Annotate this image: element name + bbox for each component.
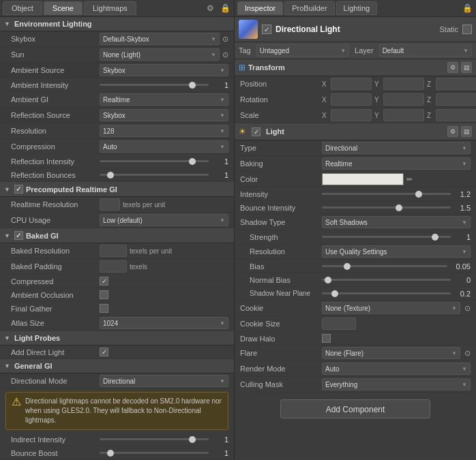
light-resolution-dropdown[interactable]: Use Quality Settings ▼ xyxy=(322,245,471,258)
light-enabled-checkbox[interactable] xyxy=(252,127,261,136)
transform-settings-icon[interactable]: ⚙ xyxy=(447,62,458,73)
skybox-circle-icon[interactable]: ⊙ xyxy=(222,35,228,44)
precomputed-gi-header[interactable]: ▼ Precomputed Realtime GI xyxy=(0,182,234,197)
flare-dropdown[interactable]: None (Flare) ▼ xyxy=(322,347,460,359)
baked-padding-label: Baked Padding xyxy=(11,262,100,271)
tab-inspector[interactable]: Inspector xyxy=(237,1,283,15)
shadow-near-plane-value: 0.2 xyxy=(453,290,471,298)
compressed-checkbox[interactable] xyxy=(100,277,108,286)
baked-res-input[interactable]: 40 xyxy=(100,245,127,257)
cookie-dropdown[interactable]: None (Texture) ▼ xyxy=(322,302,460,314)
reflection-bounces-slider[interactable]: 1 xyxy=(100,171,228,179)
pos-x-input[interactable]: -108 xyxy=(331,78,372,90)
render-mode-dropdown[interactable]: Auto ▼ xyxy=(322,363,471,375)
static-checkbox[interactable] xyxy=(462,25,472,34)
reflection-source-dropdown[interactable]: Skybox ▼ xyxy=(100,109,228,121)
final-gather-checkbox[interactable] xyxy=(100,304,108,313)
baking-dropdown[interactable]: Realtime ▼ xyxy=(322,157,471,170)
color-swatch[interactable] xyxy=(322,173,404,185)
atlas-size-dropdown[interactable]: 1024 ▼ xyxy=(100,317,228,329)
render-mode-row: Render Mode Auto ▼ xyxy=(235,361,476,377)
add-component-button[interactable]: Add Component xyxy=(280,399,430,418)
shadow-near-plane-slider[interactable]: 0.2 xyxy=(322,290,471,298)
sun-circle-icon[interactable]: ⊙ xyxy=(222,50,228,59)
scale-x-input[interactable]: 1 xyxy=(331,109,372,121)
bounce-intensity-value: 1.5 xyxy=(453,204,471,212)
transform-header[interactable]: ⊞ Transform ⚙ ▤ xyxy=(235,59,476,76)
ambient-occlusion-checkbox[interactable] xyxy=(100,290,108,299)
compression-dropdown[interactable]: Auto ▼ xyxy=(100,140,228,153)
cookie-circle-icon[interactable]: ⊙ xyxy=(464,304,471,313)
general-gi-header[interactable]: ▼ General GI xyxy=(0,359,234,373)
tab-object[interactable]: Object xyxy=(3,1,42,15)
object-enabled-checkbox[interactable] xyxy=(262,25,271,34)
ambient-source-dropdown[interactable]: Skybox ▼ xyxy=(100,64,228,76)
reflection-bounces-label: Reflection Bounces xyxy=(11,171,100,179)
bias-row: Bias 0.05 xyxy=(235,260,476,273)
shadow-type-dropdown[interactable]: Soft Shadows ▼ xyxy=(322,216,471,228)
sun-dropdown[interactable]: None (Light) ▼ xyxy=(100,48,220,61)
pos-z-input[interactable]: -1913.75 xyxy=(436,78,476,90)
add-direct-light-checkbox[interactable] xyxy=(100,348,108,356)
draw-halo-row: Draw Halo xyxy=(235,332,476,346)
light-header[interactable]: ☀ Light ⚙ ▤ xyxy=(235,123,476,140)
tag-dropdown[interactable]: Untagged ▼ xyxy=(256,44,349,57)
left-tab-bar: Object Scene Lightmaps ⚙ 🔒 xyxy=(0,0,234,17)
scale-y-input[interactable]: 1 xyxy=(383,109,424,121)
light-probes-header[interactable]: ▼ Light Probes xyxy=(0,331,234,346)
tab-scene[interactable]: Scene xyxy=(44,1,83,15)
skybox-dropdown[interactable]: Default-Skybox ▼ xyxy=(100,33,220,45)
realtime-res-input[interactable]: 2 xyxy=(100,198,120,211)
object-icon xyxy=(239,20,258,39)
ambient-intensity-slider[interactable]: 1 xyxy=(100,81,228,89)
layer-dropdown[interactable]: Default ▼ xyxy=(379,44,472,57)
normal-bias-slider[interactable]: 0 xyxy=(322,276,471,284)
reflection-intensity-slider[interactable]: 1 xyxy=(100,157,228,166)
draw-halo-label: Draw Halo xyxy=(240,335,322,343)
compressed-label: Compressed xyxy=(11,277,100,286)
bias-slider[interactable]: 0.05 xyxy=(322,262,471,271)
settings-icon[interactable]: ⚙ xyxy=(204,2,216,14)
rot-y-input[interactable]: -30 xyxy=(383,93,424,106)
pencil-icon[interactable]: ✏ xyxy=(406,175,413,184)
baked-gi-header[interactable]: ▼ Baked GI xyxy=(0,228,234,243)
left-panel: Object Scene Lightmaps ⚙ 🔒 ▼ Environment… xyxy=(0,0,234,460)
reflection-source-label: Reflection Source xyxy=(11,111,100,119)
scale-z-input[interactable]: 1 xyxy=(436,109,476,121)
env-lighting-header[interactable]: ▼ Environment Lighting xyxy=(0,17,234,31)
flare-circle-icon[interactable]: ⊙ xyxy=(464,349,471,358)
bounce-boost-slider[interactable]: 1 xyxy=(100,449,228,457)
strength-value: 1 xyxy=(453,233,471,241)
compression-label: Compression xyxy=(11,142,100,151)
left-content: ▼ Environment Lighting Skybox Default-Sk… xyxy=(0,17,234,460)
indirect-intensity-slider[interactable]: 1 xyxy=(100,435,228,444)
precomputed-gi-checkbox[interactable] xyxy=(14,185,23,194)
intensity-slider[interactable]: 1.2 xyxy=(322,190,471,198)
rot-x-input[interactable]: 50 xyxy=(331,93,372,106)
resolution-dropdown[interactable]: 128 ▼ xyxy=(100,125,228,137)
bounce-intensity-slider[interactable]: 1.5 xyxy=(322,204,471,212)
transform-options-icon[interactable]: ▤ xyxy=(461,62,472,73)
light-options-icon[interactable]: ▤ xyxy=(461,126,472,137)
tab-lightmaps[interactable]: Lightmaps xyxy=(84,1,136,15)
right-lock-icon[interactable]: 🔒 xyxy=(461,2,473,14)
cookie-size-input[interactable]: 10 xyxy=(322,318,356,330)
draw-halo-checkbox[interactable] xyxy=(322,334,331,343)
strength-slider[interactable]: 1 xyxy=(322,233,471,241)
cpu-usage-dropdown[interactable]: Low (default) ▼ xyxy=(100,214,228,226)
light-settings-icon[interactable]: ⚙ xyxy=(447,126,458,137)
realtime-res-suffix: texels per unit xyxy=(123,201,165,209)
tab-lighting[interactable]: Lighting xyxy=(336,1,378,15)
tab-probuilder[interactable]: ProBuilder xyxy=(284,1,334,15)
baked-gi-checkbox[interactable] xyxy=(14,231,23,240)
directional-mode-dropdown[interactable]: Directional ▼ xyxy=(100,375,228,387)
pos-y-input[interactable]: 354.75 xyxy=(383,78,424,90)
rot-y-label: Y xyxy=(374,96,383,104)
culling-mask-dropdown[interactable]: Everything ▼ xyxy=(322,378,471,390)
lock-icon[interactable]: 🔒 xyxy=(219,2,231,14)
ambient-gi-dropdown[interactable]: Realtime ▼ xyxy=(100,93,228,106)
light-resolution-row: Resolution Use Quality Settings ▼ xyxy=(235,244,476,260)
type-dropdown[interactable]: Directional ▼ xyxy=(322,142,471,154)
rot-z-input[interactable]: 0 xyxy=(436,93,476,106)
baked-padding-input[interactable]: 2 xyxy=(100,260,127,273)
